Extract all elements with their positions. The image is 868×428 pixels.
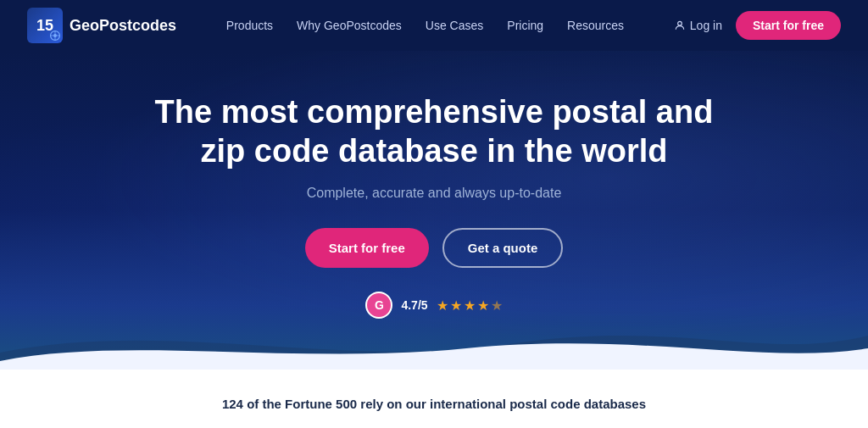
hero-content: The most comprehensive postal and zip co… (137, 93, 731, 319)
login-link[interactable]: Log in (674, 19, 722, 32)
star-1: ★ (437, 297, 448, 314)
svg-point-4 (677, 21, 682, 25)
hero-section: The most comprehensive postal and zip co… (0, 51, 868, 370)
star-4: ★ (477, 297, 489, 314)
user-icon (674, 19, 686, 31)
get-quote-button[interactable]: Get a quote (442, 228, 564, 268)
logo-svg (49, 30, 61, 42)
logos-section: 124 of the Fortune 500 rely on our inter… (0, 370, 868, 428)
brand-name: GeoPostcodes (70, 17, 176, 35)
start-free-nav-button[interactable]: Start for free (736, 11, 841, 40)
login-label: Log in (690, 19, 722, 32)
nav-item-resources[interactable]: Resources (567, 19, 624, 32)
hero-title: The most comprehensive postal and zip co… (137, 93, 731, 170)
nav-item-pricing[interactable]: Pricing (507, 19, 543, 32)
nav-item-use-cases[interactable]: Use Cases (426, 19, 483, 32)
rating-score: 4.7/5 (401, 298, 427, 312)
hero-buttons: Start for free Get a quote (137, 228, 731, 268)
nav-item-why[interactable]: Why GeoPostcodes (297, 19, 402, 32)
nav-links: Products Why GeoPostcodes Use Cases Pric… (226, 19, 624, 32)
hero-subtitle: Complete, accurate and always up-to-date (137, 186, 731, 201)
hero-wave (0, 319, 868, 370)
logos-tagline: 124 of the Fortune 500 rely on our inter… (41, 397, 827, 411)
star-2: ★ (450, 297, 462, 314)
g2-badge: G (365, 292, 392, 319)
navbar: 15 GeoPostcodes Products Why GeoPostcode… (0, 0, 868, 51)
start-free-hero-button[interactable]: Start for free (305, 228, 429, 268)
logo-area: 15 GeoPostcodes (27, 8, 176, 43)
star-3: ★ (464, 297, 476, 314)
logo-icon: 15 (27, 8, 63, 43)
navbar-right: Log in Start for free (674, 11, 841, 40)
stars: ★ ★ ★ ★ ★ (437, 297, 503, 314)
star-half: ★ (491, 297, 503, 314)
rating-row: G 4.7/5 ★ ★ ★ ★ ★ (137, 292, 731, 319)
nav-item-products[interactable]: Products (226, 19, 273, 32)
